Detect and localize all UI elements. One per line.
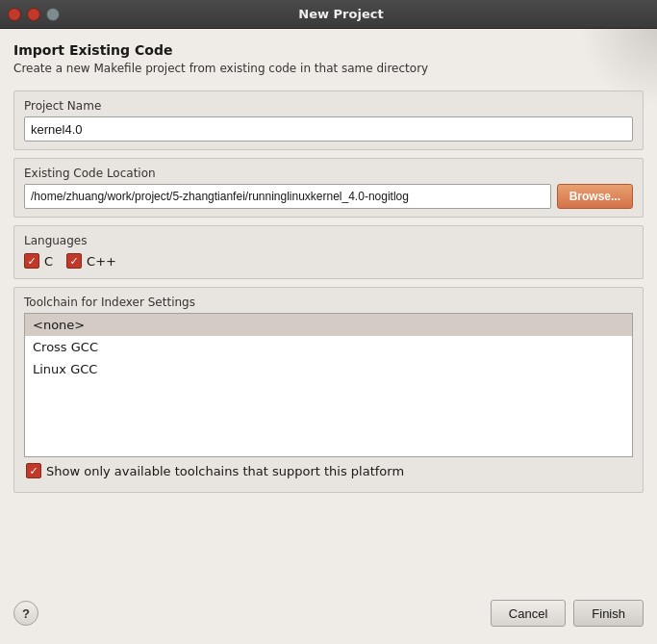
show-only-label: Show only available toolchains that supp… xyxy=(46,464,404,478)
toolchain-list[interactable]: <none>Cross GCCLinux GCC xyxy=(24,313,633,457)
toolchain-item[interactable]: <none> xyxy=(25,314,632,336)
languages-group: Languages C C++ xyxy=(13,225,644,279)
project-name-group: Project Name xyxy=(13,90,644,150)
toolchain-item[interactable]: Linux GCC xyxy=(25,358,632,380)
location-label: Existing Code Location xyxy=(24,167,633,180)
titlebar: New Project xyxy=(0,0,657,29)
bottom-buttons: Cancel Finish xyxy=(491,600,644,627)
cancel-button[interactable]: Cancel xyxy=(491,600,566,627)
lang-cpp-label: C++ xyxy=(87,254,116,269)
close-button[interactable] xyxy=(8,8,21,21)
show-only-checkbox-icon xyxy=(26,463,41,478)
section-subtitle: Create a new Makefile project from exist… xyxy=(13,62,644,75)
location-group: Existing Code Location Browse... xyxy=(13,158,644,218)
location-row: Browse... xyxy=(24,184,633,209)
project-name-label: Project Name xyxy=(24,99,633,113)
finish-button[interactable]: Finish xyxy=(573,600,644,627)
help-button[interactable]: ? xyxy=(13,601,38,626)
show-only-row: Show only available toolchains that supp… xyxy=(24,457,633,484)
project-name-input[interactable] xyxy=(24,116,633,142)
lang-cpp-checkbox-icon xyxy=(66,253,82,269)
location-input[interactable] xyxy=(24,184,551,209)
lang-c-checkbox-icon xyxy=(24,253,39,269)
languages-label: Languages xyxy=(24,234,633,247)
languages-row: C C++ xyxy=(24,251,633,270)
toolchain-group: Toolchain for Indexer Settings <none>Cro… xyxy=(13,287,644,493)
section-title: Import Existing Code xyxy=(13,42,644,58)
lang-c-checkbox[interactable]: C xyxy=(24,253,53,269)
lang-c-label: C xyxy=(44,254,53,269)
dialog-body: Import Existing Code Create a new Makefi… xyxy=(0,29,657,644)
toolchain-item[interactable]: Cross GCC xyxy=(25,336,632,358)
lang-cpp-checkbox[interactable]: C++ xyxy=(66,253,116,269)
maximize-button[interactable] xyxy=(46,8,60,21)
bottom-bar: ? Cancel Finish xyxy=(13,590,644,631)
show-only-checkbox[interactable]: Show only available toolchains that supp… xyxy=(26,463,404,478)
window-title: New Project xyxy=(65,7,617,21)
browse-button[interactable]: Browse... xyxy=(557,184,633,209)
minimize-button[interactable] xyxy=(27,8,40,21)
toolchain-label: Toolchain for Indexer Settings xyxy=(24,296,633,309)
